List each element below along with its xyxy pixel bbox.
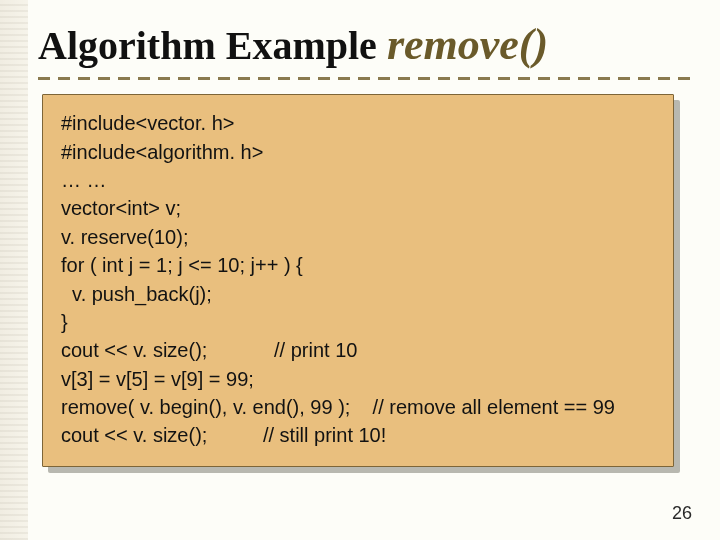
code-line: cout << v. size(); // print 10 xyxy=(61,336,655,364)
code-line: #include<algorithm. h> xyxy=(61,138,655,166)
code-line: } xyxy=(61,308,655,336)
slide-title: Algorithm Example remove() xyxy=(38,22,690,68)
code-line: v. reserve(10); xyxy=(61,223,655,251)
code-line: cout << v. size(); // still print 10! xyxy=(61,421,655,449)
code-line: v[3] = v[5] = v[9] = 99; xyxy=(61,365,655,393)
code-line: #include<vector. h> xyxy=(61,109,655,137)
code-line: remove( v. begin(), v. end(), 99 ); // r… xyxy=(61,393,655,421)
title-prefix: Algorithm Example xyxy=(38,23,387,68)
code-card-body: #include<vector. h> #include<algorithm. … xyxy=(42,94,674,467)
code-line: vector<int> v; xyxy=(61,194,655,222)
page-number: 26 xyxy=(672,503,692,524)
title-divider xyxy=(38,76,690,80)
code-card: #include<vector. h> #include<algorithm. … xyxy=(42,94,674,467)
title-function: remove() xyxy=(387,20,548,69)
slide: Algorithm Example remove() #include<vect… xyxy=(0,0,720,540)
code-line: v. push_back(j); xyxy=(61,280,655,308)
code-line: … … xyxy=(61,166,655,194)
code-line: for ( int j = 1; j <= 10; j++ ) { xyxy=(61,251,655,279)
